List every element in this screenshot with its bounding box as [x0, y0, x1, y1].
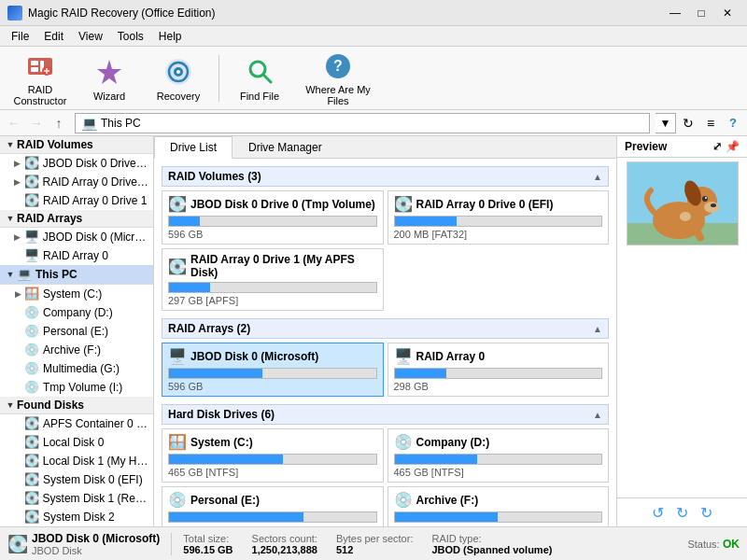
- preview-expand-icon[interactable]: ⤢: [712, 140, 722, 153]
- nav-path-text: This PC: [101, 117, 141, 130]
- maximize-button[interactable]: □: [689, 4, 713, 22]
- sidebar-header-raid-arrays[interactable]: ▼ RAID Arrays: [0, 210, 153, 228]
- sidebar-item-jbod-0[interactable]: ▶ 💽 JBOD Disk 0 Drive 0 (: [7, 154, 153, 173]
- drive-item-personal-e[interactable]: 💿 Personal (E:) 600 GB [NTFS]: [162, 486, 384, 526]
- sidebar-section-raid-arrays: ▼ RAID Arrays ▶ 🖥️ JBOD Disk 0 (Microsc …: [0, 210, 153, 265]
- nav-refresh-button[interactable]: ↻: [678, 113, 698, 133]
- sidebar-expand-found-disks[interactable]: ▼: [4, 400, 17, 410]
- collapse-raid-volumes-icon[interactable]: ▲: [593, 172, 602, 182]
- minimize-button[interactable]: —: [663, 4, 687, 22]
- sidebar-section-raid-volumes: ▼ RAID Volumes ▶ 💽 JBOD Disk 0 Drive 0 (…: [0, 136, 153, 210]
- sidebar-item-system-disk-2[interactable]: 💽 System Disk 2: [7, 508, 153, 526]
- sidebar-item-tmp-volume-i[interactable]: 💿 Tmp Volume (I:): [7, 378, 153, 397]
- sidebar-item-system-disk-0-efi[interactable]: 💽 System Disk 0 (EFI): [7, 470, 153, 489]
- nav-up-button[interactable]: ↑: [49, 113, 69, 133]
- sidebar-text-raid-array-0-drive-0: RAID Array 0 Drive 0 (: [43, 175, 150, 189]
- drive-item-company-d[interactable]: 💿 Company (D:) 465 GB [NTFS]: [388, 428, 610, 483]
- sidebar-item-raid-array-0-drive-1[interactable]: 💽 RAID Array 0 Drive 1: [7, 191, 153, 210]
- sidebar-item-personal-e[interactable]: 💿 Personal (E:): [7, 322, 153, 341]
- nav-help-button[interactable]: ?: [723, 113, 743, 133]
- sidebar-header-this-pc[interactable]: ▼ 💻 This PC: [0, 265, 153, 285]
- drive-name-raid-a0d1: RAID Array 0 Drive 1 (My APFS Disk): [190, 253, 377, 279]
- tab-drive-manager[interactable]: Drive Manager: [233, 136, 338, 159]
- drive-item-jbod-disk-0-drive-0[interactable]: 💽 JBOD Disk 0 Drive 0 (Tmp Volume) 596 G…: [162, 190, 384, 245]
- recovery-button[interactable]: Recovery: [146, 50, 211, 106]
- sidebar-item-raid-array-0[interactable]: 🖥️ RAID Array 0: [7, 246, 153, 265]
- menu-file[interactable]: File: [4, 28, 36, 45]
- drive-item-raid-array-0[interactable]: 🖥️ RAID Array 0 298 GB: [388, 343, 610, 397]
- title-bar-controls[interactable]: — □ ✕: [663, 4, 740, 22]
- preview-pin-icon[interactable]: 📌: [726, 140, 740, 153]
- collapse-hdd-icon[interactable]: ▲: [593, 410, 602, 420]
- sidebar-item-company-d[interactable]: 💿 Company (D:): [7, 303, 153, 322]
- drive-section-header-raid-arrays[interactable]: RAID Arrays (2) ▲: [162, 318, 609, 339]
- nav-path-bar[interactable]: 💻 This PC: [75, 113, 650, 133]
- sidebar-expand-system-c[interactable]: ▶: [11, 289, 24, 299]
- where-my-files-button[interactable]: ? Where Are My Files: [296, 50, 380, 106]
- menu-tools[interactable]: Tools: [110, 28, 151, 45]
- svg-text:?: ?: [333, 58, 343, 74]
- sidebar-icon-local-disk-0: 💽: [24, 435, 39, 450]
- sidebar-expand-raid-arrays[interactable]: ▼: [4, 214, 17, 223]
- sidebar-expand-jbod-disk-0[interactable]: ▶: [11, 232, 24, 242]
- drive-item-system-c[interactable]: 🪟 System (C:) 465 GB [NTFS]: [162, 428, 384, 483]
- menu-help[interactable]: Help: [151, 28, 190, 45]
- preview-back-button[interactable]: ↺: [648, 502, 669, 523]
- nav-forward-button[interactable]: →: [26, 113, 47, 133]
- preview-content: [617, 158, 747, 497]
- nav-path-dropdown[interactable]: ▼: [655, 113, 676, 133]
- sidebar-expand-jbod-0[interactable]: ▶: [11, 159, 24, 168]
- drive-name-jbod-ms: JBOD Disk 0 (Microsoft): [190, 350, 318, 363]
- drive-section-header-hdd[interactable]: Hard Disk Drives (6) ▲: [162, 404, 609, 425]
- status-field-bytes: Bytes per sector: 512: [336, 533, 414, 555]
- status-drive-info: JBOD Disk 0 (Microsoft) JBOD Disk: [32, 532, 160, 556]
- sidebar-items-raid-volumes: ▶ 💽 JBOD Disk 0 Drive 0 ( ▶ 💽 RAID Array…: [0, 154, 153, 210]
- preview-refresh-button[interactable]: ↻: [672, 502, 693, 523]
- sidebar-item-system-disk-1-recov[interactable]: 💽 System Disk 1 (Recov: [7, 489, 153, 508]
- preview-forward-button[interactable]: ↻: [697, 502, 717, 523]
- sidebar-item-jbod-disk-0[interactable]: ▶ 🖥️ JBOD Disk 0 (Microsc: [7, 228, 153, 246]
- sidebar-section-this-pc: ▼ 💻 This PC ▶ 🪟 System (C:) 💿 Company (D…: [0, 265, 153, 397]
- sidebar-item-local-disk-1[interactable]: 💽 Local Disk 1 (My HFS: [7, 452, 153, 470]
- raid-constructor-icon: [23, 50, 57, 82]
- sidebar-item-system-c[interactable]: ▶ 🪟 System (C:): [7, 285, 153, 303]
- sidebar-header-found-disks[interactable]: ▼ Found Disks: [0, 397, 153, 414]
- sidebar-item-multimedia-g[interactable]: 💿 Multimedia (G:): [7, 359, 153, 378]
- menu-view[interactable]: View: [71, 28, 110, 45]
- sidebar-text-system-disk-0-efi: System Disk 0 (EFI): [43, 473, 143, 486]
- close-button[interactable]: ✕: [715, 4, 740, 22]
- drive-name-system-c: System (C:): [190, 436, 253, 449]
- nav-view-options-button[interactable]: ≡: [700, 113, 721, 133]
- sidebar-icon-local-disk-1: 💽: [24, 454, 39, 469]
- svg-marker-7: [97, 60, 121, 84]
- drive-item-raid-array-0-drive-0[interactable]: 💽 RAID Array 0 Drive 0 (EFI) 200 MB [FAT…: [388, 190, 610, 245]
- find-file-button[interactable]: Find File: [227, 50, 292, 106]
- sidebar-item-local-disk-0[interactable]: 💽 Local Disk 0: [7, 433, 153, 452]
- drive-item-archive-f[interactable]: 💿 Archive (F:) 600 GB [NTFS]: [388, 486, 610, 526]
- main-layout: ▼ RAID Volumes ▶ 💽 JBOD Disk 0 Drive 0 (…: [0, 136, 747, 526]
- sidebar-icon-multimedia-g: 💿: [24, 361, 39, 376]
- drive-item-header-raid-a0d1: 💽 RAID Array 0 Drive 1 (My APFS Disk): [168, 253, 377, 279]
- sidebar-item-apfs-container-0[interactable]: 💽 APFS Container 0 (M: [7, 414, 153, 433]
- raid-constructor-button[interactable]: RAID Constructor: [7, 50, 73, 106]
- sidebar-label-this-pc: This PC: [35, 268, 78, 281]
- sidebar-expand-raid-array-0-drive-0[interactable]: ▶: [11, 177, 24, 187]
- svg-rect-1: [31, 61, 38, 65]
- collapse-raid-arrays-icon[interactable]: ▲: [593, 324, 602, 334]
- tab-drive-list[interactable]: Drive List: [154, 136, 233, 159]
- sidebar-item-raid-array-0-drive-0[interactable]: ▶ 💽 RAID Array 0 Drive 0 (: [7, 173, 153, 191]
- wizard-button[interactable]: Wizard: [77, 50, 142, 106]
- sidebar-header-raid-volumes[interactable]: ▼ RAID Volumes: [0, 136, 153, 154]
- drive-section-header-raid-volumes[interactable]: RAID Volumes (3) ▲: [162, 166, 609, 187]
- drive-item-header-jbod-ms: 🖥️ JBOD Disk 0 (Microsoft): [168, 347, 377, 365]
- drive-item-raid-array-0-drive-1[interactable]: 💽 RAID Array 0 Drive 1 (My APFS Disk) 29…: [162, 248, 384, 311]
- menu-edit[interactable]: Edit: [36, 28, 71, 45]
- status-drive-name: JBOD Disk 0 (Microsoft): [32, 532, 160, 545]
- drive-icon-raid-a0d0: 💽: [394, 195, 413, 213]
- sidebar-expand-this-pc[interactable]: ▼: [4, 270, 17, 279]
- sidebar-expand-raid-volumes[interactable]: ▼: [4, 140, 17, 149]
- drive-item-jbod-disk-0-ms[interactable]: 🖥️ JBOD Disk 0 (Microsoft) 596 GB: [162, 343, 384, 397]
- drive-item-header-personal-e: 💿 Personal (E:): [168, 491, 377, 509]
- nav-back-button[interactable]: ←: [4, 113, 24, 133]
- sidebar-item-archive-f[interactable]: 💿 Archive (F:): [7, 341, 153, 359]
